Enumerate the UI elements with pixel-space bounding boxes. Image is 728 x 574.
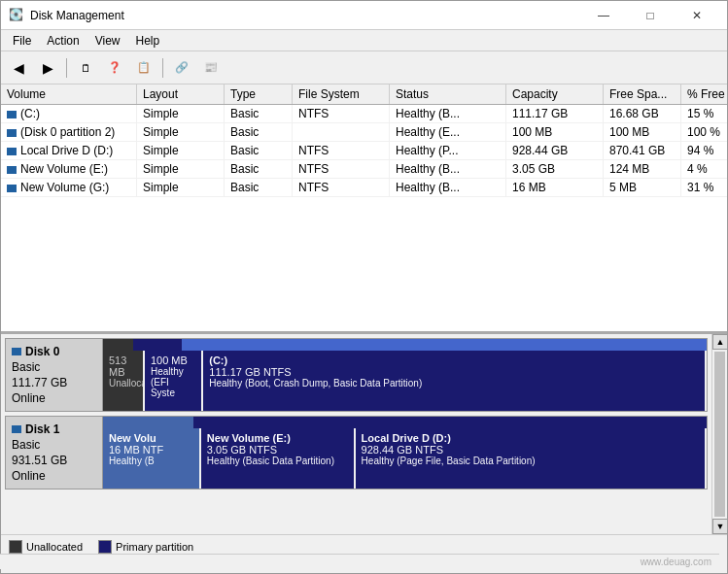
cell-volume: (C:) xyxy=(1,105,137,122)
cell-type: Basic xyxy=(225,123,293,141)
cell-status: Healthy (B... xyxy=(390,160,506,178)
cell-type: Basic xyxy=(225,179,293,196)
disk-1-name: Disk 1 xyxy=(12,422,96,436)
scroll-up-button[interactable]: ▲ xyxy=(712,334,727,350)
properties-button[interactable]: 🗒 xyxy=(72,55,99,81)
cell-pct: 15 % xyxy=(681,105,727,122)
volume-icon xyxy=(7,185,17,192)
disk-row-0: Disk 0 Basic 111.77 GB Online xyxy=(5,338,708,412)
window-title: Disk Management xyxy=(30,9,124,22)
volume-icon xyxy=(7,148,17,155)
cell-free: 870.41 GB xyxy=(604,142,681,159)
toolbar-btn-6[interactable]: 🔗 xyxy=(168,55,195,81)
cell-volume: Local Drive D (D:) xyxy=(1,142,137,159)
toolbar-btn-7[interactable]: 📰 xyxy=(197,55,225,81)
watermark: www.deuag.com xyxy=(0,554,719,569)
disk-0-bar xyxy=(103,339,707,351)
title-bar: 💽 Disk Management — □ ✕ xyxy=(1,1,727,30)
cell-status: Healthy (B... xyxy=(390,105,506,122)
disk-0-partitions-row: 513 MB Unallocated 100 MB Healthy (EFI S… xyxy=(103,351,707,411)
col-layout: Layout xyxy=(137,84,225,104)
close-button[interactable]: ✕ xyxy=(675,2,719,29)
content-area: Volume Layout Type File System Status Ca… xyxy=(1,84,727,557)
col-filesystem: File System xyxy=(293,84,390,104)
toolbar: ◀ ▶ 🗒 ❓ 📋 🔗 📰 xyxy=(1,51,727,84)
col-type: Type xyxy=(225,84,293,104)
bottom-scroll-container: Disk 0 Basic 111.77 GB Online xyxy=(1,334,727,534)
menu-help[interactable]: Help xyxy=(128,32,168,50)
menu-bar: File Action View Help xyxy=(1,30,727,51)
disk-1-part-d[interactable]: Local Drive D (D:) 928.44 GB NTFS Health… xyxy=(356,428,707,489)
menu-file[interactable]: File xyxy=(5,32,39,50)
volume-icon xyxy=(7,129,17,137)
cell-volume: (Disk 0 partition 2) xyxy=(1,123,137,141)
cell-fs: NTFS xyxy=(293,105,390,122)
title-controls: — □ ✕ xyxy=(581,2,719,29)
cell-status: Healthy (B... xyxy=(390,179,506,196)
cell-type: Basic xyxy=(225,105,293,122)
disk-0-part-c[interactable]: (C:) 111.17 GB NTFS Healthy (Boot, Crash… xyxy=(203,351,707,411)
disk-0-icon xyxy=(12,348,21,355)
rescan-button[interactable]: 📋 xyxy=(130,55,157,81)
volume-icon xyxy=(7,111,17,118)
menu-view[interactable]: View xyxy=(87,32,128,50)
cell-type: Basic xyxy=(225,142,293,159)
disk-1-label: Disk 1 Basic 931.51 GB Online xyxy=(6,417,103,489)
cell-capacity: 3.05 GB xyxy=(506,160,604,178)
disk-1-part-g[interactable]: New Volu 16 MB NTF Healthy (B xyxy=(103,428,201,489)
disk-0-label: Disk 0 Basic 111.77 GB Online xyxy=(6,339,103,411)
cell-layout: Simple xyxy=(137,105,225,122)
cell-fs xyxy=(293,123,390,141)
legend-primary-label: Primary partition xyxy=(116,541,193,553)
bottom-panel: Disk 0 Basic 111.77 GB Online xyxy=(1,334,727,557)
cell-layout: Simple xyxy=(137,160,225,178)
disk-1-part-e[interactable]: New Volume (E:) 3.05 GB NTFS Healthy (Ba… xyxy=(201,428,356,489)
cell-pct: 94 % xyxy=(681,142,727,159)
disk-0-part-unallocated[interactable]: 513 MB Unallocated xyxy=(103,351,145,411)
legend-unallocated-label: Unallocated xyxy=(26,541,83,553)
table-row[interactable]: (Disk 0 partition 2) Simple Basic Health… xyxy=(1,123,727,142)
maximize-button[interactable]: □ xyxy=(628,2,673,29)
cell-volume: New Volume (G:) xyxy=(1,179,137,196)
col-capacity: Capacity xyxy=(506,84,604,104)
table-row[interactable]: Local Drive D (D:) Simple Basic NTFS Hea… xyxy=(1,142,727,160)
disk-1-partitions-row: New Volu 16 MB NTF Healthy (B New Volume… xyxy=(103,428,707,489)
cell-pct: 31 % xyxy=(681,179,727,196)
forward-button[interactable]: ▶ xyxy=(34,55,61,81)
table-row[interactable]: (C:) Simple Basic NTFS Healthy (B... 111… xyxy=(1,105,727,123)
legend-primary: Primary partition xyxy=(98,540,193,554)
cell-capacity: 928.44 GB xyxy=(506,142,604,159)
cell-pct: 100 % xyxy=(681,123,727,141)
cell-layout: Simple xyxy=(137,142,225,159)
col-freespace: Free Spa... xyxy=(604,84,681,104)
scrollbar[interactable]: ▲ ▼ xyxy=(711,334,727,534)
legend-primary-box xyxy=(98,540,112,554)
scroll-down-button[interactable]: ▼ xyxy=(712,519,727,534)
toolbar-separator-2 xyxy=(162,58,163,78)
cell-fs: NTFS xyxy=(293,142,390,159)
cell-pct: 4 % xyxy=(681,160,727,178)
menu-action[interactable]: Action xyxy=(39,32,87,50)
disk-row-1: Disk 1 Basic 931.51 GB Online xyxy=(5,416,708,490)
cell-free: 16.68 GB xyxy=(604,105,681,122)
disk-scroll-area: Disk 0 Basic 111.77 GB Online xyxy=(1,334,711,534)
cell-capacity: 111.17 GB xyxy=(506,105,604,122)
app-icon: 💽 xyxy=(9,8,24,23)
disk-0-part-efi[interactable]: 100 MB Healthy (EFI Syste xyxy=(145,351,203,411)
disk-0-partitions: 513 MB Unallocated 100 MB Healthy (EFI S… xyxy=(103,339,707,411)
cell-free: 5 MB xyxy=(604,179,681,196)
table-row[interactable]: New Volume (G:) Simple Basic NTFS Health… xyxy=(1,179,727,197)
disk-1-icon xyxy=(12,425,21,433)
scroll-thumb[interactable] xyxy=(714,352,725,517)
table-row[interactable]: New Volume (E:) Simple Basic NTFS Health… xyxy=(1,160,727,179)
legend-unallocated: Unallocated xyxy=(9,540,83,554)
minimize-button[interactable]: — xyxy=(581,2,626,29)
help-button[interactable]: ❓ xyxy=(101,55,128,81)
volume-icon xyxy=(7,166,17,174)
cell-volume: New Volume (E:) xyxy=(1,160,137,178)
main-window: 💽 Disk Management — □ ✕ File Action View… xyxy=(0,0,728,574)
back-button[interactable]: ◀ xyxy=(5,55,32,81)
cell-type: Basic xyxy=(225,160,293,178)
col-pctfree: % Free xyxy=(681,84,727,104)
cell-layout: Simple xyxy=(137,123,225,141)
